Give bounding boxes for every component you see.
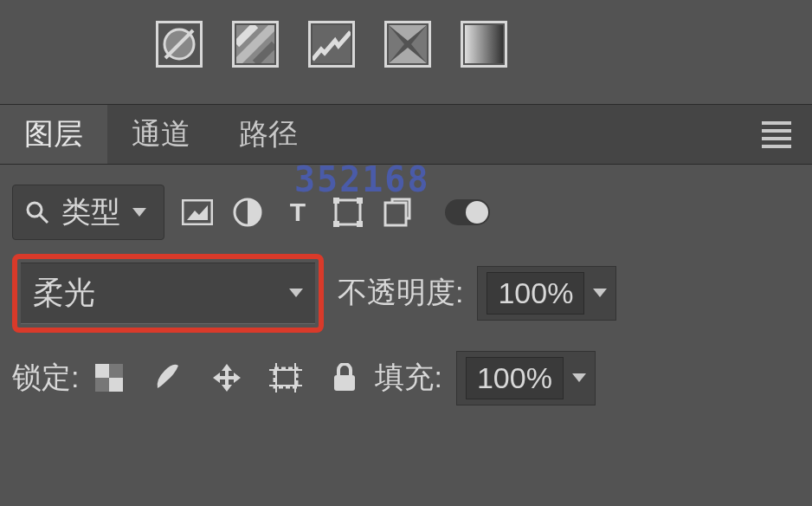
style-icon-5[interactable] bbox=[461, 21, 507, 68]
filter-type-label: 类型 bbox=[61, 192, 120, 232]
filter-toggle[interactable] bbox=[445, 199, 490, 225]
chevron-down-icon bbox=[593, 289, 607, 297]
blend-mode-row: 柔光 不透明度: 100% bbox=[12, 258, 800, 328]
blend-mode-value: 柔光 bbox=[33, 272, 95, 315]
panel-tabs: 图层 通道 路径 bbox=[0, 104, 812, 165]
svg-rect-18 bbox=[336, 200, 360, 224]
filter-pixel-icon[interactable] bbox=[180, 195, 215, 230]
search-icon bbox=[25, 200, 49, 224]
style-icon-3[interactable] bbox=[308, 21, 355, 68]
filter-shape-icon[interactable] bbox=[331, 195, 365, 230]
filter-smartobject-icon[interactable] bbox=[381, 195, 416, 230]
fill-input[interactable]: 100% bbox=[456, 351, 596, 405]
svg-rect-11 bbox=[465, 25, 503, 63]
blend-mode-select[interactable]: 柔光 bbox=[21, 263, 315, 324]
svg-rect-27 bbox=[95, 378, 109, 392]
opacity-label: 不透明度: bbox=[338, 273, 463, 313]
blend-highlight: 柔光 bbox=[12, 254, 324, 333]
svg-rect-25 bbox=[109, 378, 123, 392]
svg-rect-24 bbox=[95, 364, 109, 378]
tab-layers[interactable]: 图层 bbox=[0, 105, 107, 164]
svg-rect-20 bbox=[357, 198, 363, 204]
svg-marker-15 bbox=[187, 205, 208, 220]
toggle-knob bbox=[466, 201, 488, 224]
lock-row: 锁定: 填充: 100% bbox=[12, 343, 800, 412]
panel-menu-icon[interactable] bbox=[762, 121, 791, 148]
svg-rect-28 bbox=[274, 368, 297, 387]
lock-pixels-icon[interactable] bbox=[151, 361, 184, 394]
top-icon-row bbox=[0, 0, 812, 104]
opacity-value: 100% bbox=[487, 272, 584, 315]
lock-icons bbox=[93, 361, 361, 394]
layers-panel-body: 352168 类型 T 柔光 bbox=[0, 165, 812, 412]
svg-rect-26 bbox=[109, 364, 123, 378]
svg-point-12 bbox=[28, 203, 42, 217]
fill-label: 填充: bbox=[375, 358, 441, 398]
lock-artboard-icon[interactable] bbox=[269, 361, 302, 394]
filter-type-icon[interactable]: T bbox=[280, 195, 315, 230]
opacity-input[interactable]: 100% bbox=[477, 266, 616, 321]
lock-position-icon[interactable] bbox=[210, 361, 243, 394]
svg-rect-21 bbox=[333, 221, 339, 227]
svg-rect-33 bbox=[334, 375, 355, 391]
lock-all-icon[interactable] bbox=[328, 361, 361, 394]
tab-paths[interactable]: 路径 bbox=[215, 105, 322, 164]
svg-rect-23 bbox=[385, 203, 406, 225]
filter-type-select[interactable]: 类型 bbox=[12, 185, 164, 240]
chevron-down-icon bbox=[289, 289, 303, 297]
svg-line-13 bbox=[40, 215, 48, 223]
filter-adjustment-icon[interactable] bbox=[230, 195, 265, 230]
chevron-down-icon bbox=[132, 208, 146, 217]
tab-channels[interactable]: 通道 bbox=[107, 105, 215, 164]
fill-value: 100% bbox=[466, 357, 564, 399]
svg-rect-22 bbox=[357, 221, 363, 227]
chevron-down-icon bbox=[572, 373, 586, 382]
style-icon-4[interactable] bbox=[384, 21, 431, 68]
filter-row: 类型 T bbox=[12, 182, 800, 243]
svg-text:T: T bbox=[290, 198, 306, 226]
svg-rect-19 bbox=[333, 198, 339, 204]
lock-transparency-icon[interactable] bbox=[93, 361, 126, 394]
lock-label: 锁定: bbox=[12, 358, 79, 398]
style-icon-2[interactable] bbox=[232, 21, 279, 68]
style-icon-1[interactable] bbox=[156, 21, 203, 68]
